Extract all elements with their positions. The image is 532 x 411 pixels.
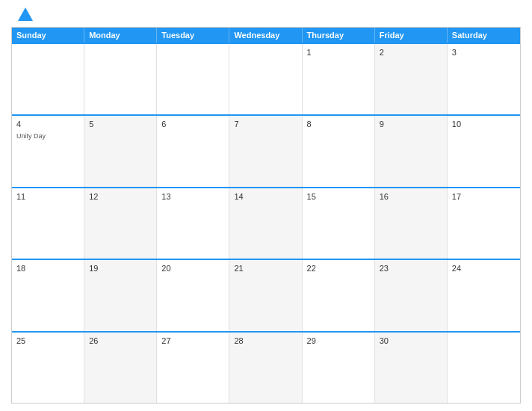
day-number: 20 xyxy=(161,263,224,274)
calendar-cell: 5 xyxy=(84,116,157,186)
calendar-week-0: 123 xyxy=(12,43,520,114)
calendar-week-3: 18192021222324 xyxy=(12,259,520,330)
calendar-cell: 1 xyxy=(303,44,375,114)
calendar-grid: SundayMondayTuesdayWednesdayThursdayFrid… xyxy=(11,27,521,404)
day-of-week-saturday: Saturday xyxy=(448,28,520,43)
calendar-cell xyxy=(448,333,520,403)
day-number: 11 xyxy=(16,191,79,203)
calendar-cell: 22 xyxy=(303,260,375,330)
day-number: 2 xyxy=(380,47,442,58)
day-number: 16 xyxy=(380,191,442,203)
day-number: 21 xyxy=(234,263,297,274)
day-number: 18 xyxy=(16,263,79,274)
day-number: 10 xyxy=(452,119,516,130)
calendar-cell: 27 xyxy=(157,333,229,403)
day-number: 15 xyxy=(307,191,370,203)
calendar-header: SundayMondayTuesdayWednesdayThursdayFrid… xyxy=(12,28,520,43)
day-number: 30 xyxy=(380,336,442,347)
calendar-cell xyxy=(157,44,229,114)
calendar-body: 1234Unity Day567891011121314151617181920… xyxy=(12,43,520,403)
day-number: 1 xyxy=(307,47,370,58)
calendar-week-4: 252627282930 xyxy=(12,331,520,403)
day-number: 13 xyxy=(161,191,224,203)
calendar-cell: 12 xyxy=(84,188,157,259)
calendar-cell: 7 xyxy=(229,116,302,186)
svg-marker-0 xyxy=(18,7,33,21)
day-number: 27 xyxy=(161,336,224,347)
calendar-cell: 19 xyxy=(84,260,157,330)
day-number: 14 xyxy=(234,191,297,203)
calendar-cell: 23 xyxy=(375,260,448,330)
day-number: 29 xyxy=(307,336,370,347)
day-number: 24 xyxy=(452,263,516,274)
day-number: 28 xyxy=(234,336,297,347)
logo-icon xyxy=(18,7,33,21)
day-number: 12 xyxy=(89,191,152,203)
calendar-cell: 10 xyxy=(448,116,520,186)
calendar-cell xyxy=(229,44,302,114)
day-number: 9 xyxy=(380,119,442,130)
day-of-week-wednesday: Wednesday xyxy=(229,28,302,43)
calendar-week-2: 11121314151617 xyxy=(12,187,520,259)
calendar-cell: 3 xyxy=(448,44,520,114)
day-of-week-sunday: Sunday xyxy=(12,28,84,43)
calendar-cell: 13 xyxy=(157,188,229,259)
day-number: 4 xyxy=(16,119,79,130)
calendar-cell: 16 xyxy=(375,188,448,259)
logo xyxy=(15,7,33,21)
calendar-page: SundayMondayTuesdayWednesdayThursdayFrid… xyxy=(0,0,532,411)
calendar-cell: 11 xyxy=(12,188,84,259)
calendar-cell: 9 xyxy=(375,116,448,186)
calendar-cell: 14 xyxy=(229,188,302,259)
calendar-cell: 26 xyxy=(84,333,157,403)
day-number: 17 xyxy=(452,191,516,203)
calendar-cell: 25 xyxy=(12,333,84,403)
calendar-cell: 21 xyxy=(229,260,302,330)
day-number: 26 xyxy=(89,336,152,347)
calendar-cell: 8 xyxy=(303,116,375,186)
calendar-cell: 6 xyxy=(157,116,229,186)
calendar-cell xyxy=(12,44,84,114)
calendar-cell: 2 xyxy=(375,44,448,114)
calendar-cell: 15 xyxy=(303,188,375,259)
day-event: Unity Day xyxy=(16,132,79,141)
day-of-week-monday: Monday xyxy=(84,28,157,43)
day-number: 8 xyxy=(307,119,370,130)
calendar-cell: 24 xyxy=(448,260,520,330)
day-number: 6 xyxy=(161,119,224,130)
day-of-week-tuesday: Tuesday xyxy=(157,28,229,43)
calendar-cell: 20 xyxy=(157,260,229,330)
day-number: 22 xyxy=(307,263,370,274)
day-number: 3 xyxy=(452,47,516,58)
header xyxy=(11,7,521,21)
day-number: 5 xyxy=(89,119,152,130)
day-of-week-friday: Friday xyxy=(375,28,448,43)
day-number: 19 xyxy=(89,263,152,274)
day-number: 25 xyxy=(16,336,79,347)
calendar-cell: 29 xyxy=(303,333,375,403)
calendar-cell: 18 xyxy=(12,260,84,330)
calendar-cell xyxy=(84,44,157,114)
day-of-week-thursday: Thursday xyxy=(303,28,375,43)
calendar-week-1: 4Unity Day5678910 xyxy=(12,114,520,186)
day-number: 23 xyxy=(380,263,442,274)
calendar-cell: 28 xyxy=(229,333,302,403)
calendar-cell: 30 xyxy=(375,333,448,403)
day-number: 7 xyxy=(234,119,297,130)
calendar-cell: 4Unity Day xyxy=(12,116,84,186)
calendar-cell: 17 xyxy=(448,188,520,259)
